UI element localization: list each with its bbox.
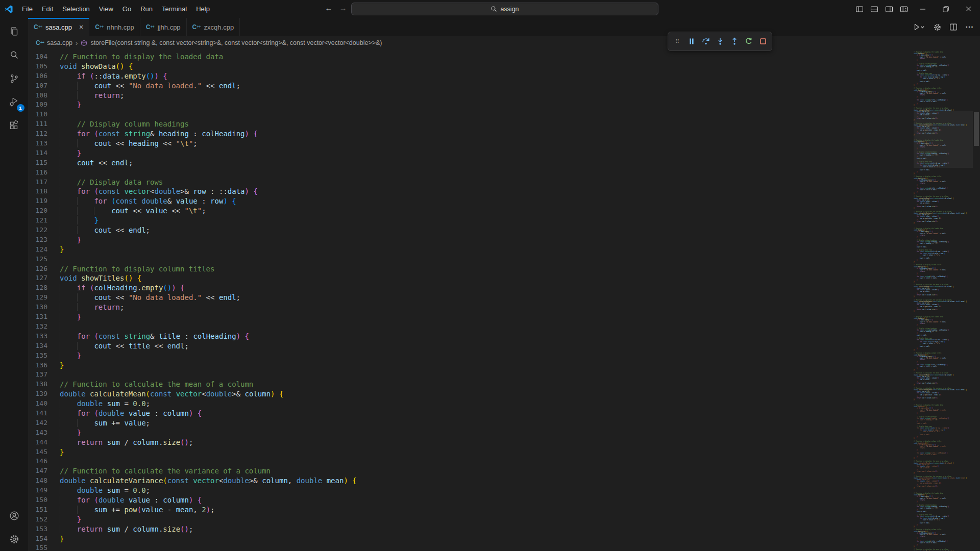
tab-zxcqh.cpp[interactable]: C++zxcqh.cpp xyxy=(187,18,240,36)
activity-files-icon[interactable] xyxy=(2,20,27,43)
code-line: 111 // Display column headings xyxy=(28,119,980,129)
minimap-slider[interactable] xyxy=(914,111,973,168)
menu-file[interactable]: File xyxy=(17,4,37,15)
breadcrumb-file[interactable]: sasa.cpp xyxy=(47,39,72,46)
activity-search-icon[interactable] xyxy=(2,43,27,67)
line-number: 124 xyxy=(28,245,60,255)
code-line: 127void showTitles() { xyxy=(28,273,980,283)
code-editor[interactable]: 103104// Function to display the loaded … xyxy=(28,49,980,551)
command-center-label: assign xyxy=(500,6,519,13)
code-line: 107 cout << "No data loaded." << endl; xyxy=(28,81,980,91)
minimap[interactable]: // Function to display the loaded datavo… xyxy=(914,49,973,551)
code-line: 126// Function to display column titles xyxy=(28,264,980,274)
menu-help[interactable]: Help xyxy=(191,4,214,15)
run-or-debug-button[interactable] xyxy=(913,23,925,31)
line-number: 113 xyxy=(28,139,60,148)
breadcrumb-symbol[interactable]: storeFile(const string &, const vector<s… xyxy=(90,39,382,46)
title-bar: FileEditSelectionViewGoRunTerminalHelp ←… xyxy=(0,0,980,18)
toggle-secondary-sidebar-icon[interactable] xyxy=(881,0,896,18)
menu-run[interactable]: Run xyxy=(136,4,157,15)
code-line: 132 xyxy=(28,322,980,332)
menu-selection[interactable]: Selection xyxy=(58,4,94,15)
activity-run-and-debug-icon[interactable]: 1 xyxy=(2,90,27,114)
tab-sasa.cpp[interactable]: C++sasa.cpp× xyxy=(28,18,89,36)
code-line: 128 if (colHeading.empty()) { xyxy=(28,283,980,293)
line-number: 107 xyxy=(28,81,60,91)
line-number: 126 xyxy=(28,264,60,274)
line-number: 104 xyxy=(28,52,60,62)
cpp-file-icon: C++ xyxy=(192,24,201,30)
nav-back-button[interactable]: ← xyxy=(323,4,334,12)
line-number: 128 xyxy=(28,283,60,293)
line-number: 112 xyxy=(28,129,60,139)
line-number: 116 xyxy=(28,168,60,178)
scrollbar-thumb[interactable] xyxy=(974,112,979,146)
line-number: 120 xyxy=(28,206,60,216)
code-line: 118 for (const vector<double>& row : ::d… xyxy=(28,187,980,196)
tab-label: jjhh.cpp xyxy=(158,23,181,31)
line-number: 114 xyxy=(28,148,60,158)
tab-jjhh.cpp[interactable]: C++jjhh.cpp xyxy=(140,18,187,36)
debug-gripper-handle[interactable]: ⠿ xyxy=(671,35,683,48)
close-window-button[interactable] xyxy=(957,0,980,18)
code-line: 138// Function to calculate the mean of … xyxy=(28,380,980,389)
settings-gear-button[interactable] xyxy=(933,23,942,32)
tab-label: sasa.cpp xyxy=(45,23,72,31)
code-line: 144 return sum / column.size(); xyxy=(28,438,980,447)
toggle-primary-sidebar-icon[interactable] xyxy=(852,0,867,18)
menu-go[interactable]: Go xyxy=(118,4,136,15)
debug-restart-button[interactable] xyxy=(742,35,755,48)
code-line: 151 sum += pow(value - mean, 2); xyxy=(28,505,980,515)
code-line: 130 return; xyxy=(28,303,980,312)
menu-edit[interactable]: Edit xyxy=(37,4,58,15)
line-number: 130 xyxy=(28,303,60,312)
tab-nhnh.cpp[interactable]: C++nhnh.cpp xyxy=(89,18,140,36)
debug-step-over-button[interactable] xyxy=(699,35,712,48)
method-symbol-icon xyxy=(81,40,87,46)
debug-stop-button[interactable] xyxy=(756,35,769,48)
code-line: 133 for (const string& title : colHeadin… xyxy=(28,332,980,341)
activity-source-control-icon[interactable] xyxy=(2,67,27,90)
code-line: 116 xyxy=(28,168,980,178)
activity-extensions-icon[interactable] xyxy=(2,114,27,137)
command-center-search[interactable]: assign xyxy=(351,3,658,15)
nav-forward-button[interactable]: → xyxy=(337,4,349,12)
activity-settings-gear-icon[interactable] xyxy=(2,528,27,551)
code-line: 104// Function to display the loaded dat… xyxy=(28,52,980,62)
code-line: 120 cout << value << "\t"; xyxy=(28,206,980,216)
code-line: 112 for (const string& heading : colHead… xyxy=(28,129,980,139)
close-tab-icon[interactable]: × xyxy=(79,23,83,31)
more-actions-button[interactable]: ⋯ xyxy=(965,24,973,30)
line-number: 131 xyxy=(28,312,60,322)
debug-step-out-button[interactable] xyxy=(728,35,741,48)
menu-terminal[interactable]: Terminal xyxy=(157,4,191,15)
vertical-scrollbar[interactable] xyxy=(973,49,980,551)
search-icon xyxy=(491,6,497,12)
debug-step-into-button[interactable] xyxy=(714,35,726,48)
code-line: 114 } xyxy=(28,148,980,158)
line-number: 106 xyxy=(28,71,60,81)
line-number: 108 xyxy=(28,91,60,101)
code-line: 154} xyxy=(28,534,980,544)
code-line: 125 xyxy=(28,255,980,264)
code-line: 105void showData() { xyxy=(28,62,980,71)
debug-pause-button[interactable] xyxy=(685,35,698,48)
tab-label: zxcqh.cpp xyxy=(204,23,234,31)
restore-button[interactable] xyxy=(934,0,957,18)
code-line: 134 cout << title << endl; xyxy=(28,341,980,351)
customize-layout-icon[interactable] xyxy=(896,0,911,18)
line-number: 141 xyxy=(28,409,60,418)
code-line: 109 } xyxy=(28,100,980,110)
minimize-button[interactable] xyxy=(911,0,934,18)
cpp-file-icon: C++ xyxy=(95,24,103,30)
line-number: 142 xyxy=(28,418,60,428)
line-number: 133 xyxy=(28,332,60,341)
split-editor-button[interactable] xyxy=(949,23,958,31)
code-line: 149 double sum = 0.0; xyxy=(28,486,980,495)
toggle-panel-icon[interactable] xyxy=(867,0,881,18)
cpp-file-icon: C++ xyxy=(36,40,44,46)
activity-account-icon[interactable] xyxy=(2,504,27,528)
code-line: 119 for (const double& value : row) { xyxy=(28,196,980,206)
menu-view[interactable]: View xyxy=(94,4,118,15)
line-number: 117 xyxy=(28,178,60,187)
